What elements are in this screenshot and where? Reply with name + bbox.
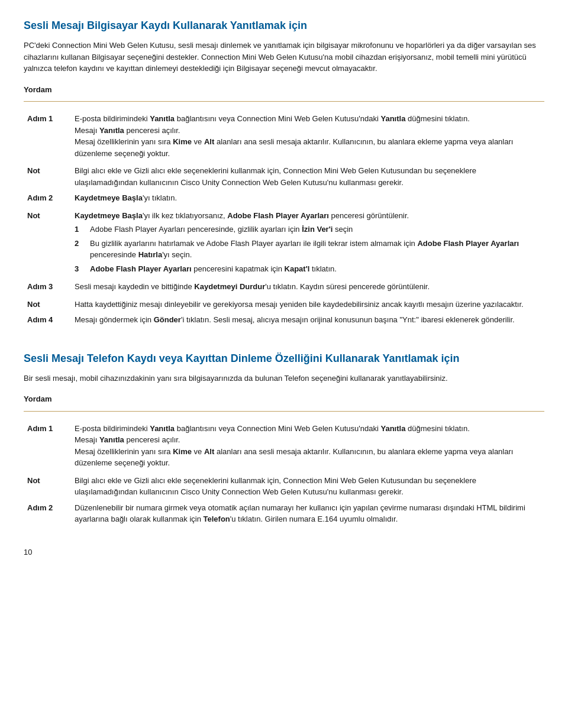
s2-step2-label: Adım 2 [24, 500, 71, 529]
table-row: Adım 4 Mesajı göndermek için Gönder'i tı… [24, 312, 544, 329]
step3-line1: Sesli mesajı kaydedin ve bittiğinde Kayd… [75, 282, 430, 291]
list-item-3-text: Adobe Flash Player Ayarları penceresini … [90, 263, 337, 275]
step3-note-content: Hatta kaydettiğiniz mesajı dinleyebilir … [71, 296, 544, 313]
section2-intro: Bir sesli mesajı, mobil cihazınızdakinin… [24, 373, 544, 384]
list-num-3: 3 [75, 263, 86, 275]
section1-yordam: Yordam [24, 84, 544, 96]
section1-title: Sesli Mesajı Bilgisayar Kaydı Kullanarak… [24, 18, 544, 34]
step1-note-label: Not [24, 163, 71, 190]
s2-step2-content: Düzenlenebilir bir numara girmek veya ot… [71, 500, 544, 529]
step1-line2: Mesajı Yanıtla penceresi açılır. [75, 126, 180, 135]
step4-content: Mesajı göndermek için Gönder'i tıklatın.… [71, 312, 544, 329]
step4-label: Adım 4 [24, 312, 71, 329]
section1-intro: PC'deki Connection Mini Web Gelen Kutusu… [24, 40, 544, 75]
step1-note-content: Bilgi alıcı ekle ve Gizli alıcı ekle seç… [71, 163, 544, 190]
step1-line1: E-posta bildirimindeki Yanıtla bağlantıs… [75, 114, 470, 123]
list-num-1: 1 [75, 224, 86, 235]
step1-line3: Mesaj özelliklerinin yanı sıra Kime ve A… [75, 137, 513, 158]
step1-label: Adım 1 [24, 111, 71, 163]
table-row: Adım 2 Kaydetmeye Başla'yı tıklatın. [24, 190, 544, 208]
step1-content: E-posta bildirimindeki Yanıtla bağlantıs… [71, 111, 544, 163]
step3-label: Adım 3 [24, 279, 71, 296]
s2-step2-line1: Düzenlenebilir bir numara girmek veya ot… [75, 503, 525, 524]
step3-content: Sesli mesajı kaydedin ve bittiğinde Kayd… [71, 279, 544, 296]
step2-line1: Kaydetmeye Başla'yı tıklatın. [75, 193, 177, 202]
step2-note-text: Kaydetmeye Başla'yı ilk kez tıklatıyorsa… [75, 211, 409, 220]
step2-note-content: Kaydetmeye Başla'yı ilk kez tıklatıyorsa… [71, 208, 544, 280]
section1-divider [24, 101, 544, 102]
list-item: 1 Adobe Flash Player Ayarları penceresin… [75, 224, 541, 235]
table-row: Not Bilgi alıcı ekle ve Gizli alıcı ekle… [24, 163, 544, 190]
section2-container: Sesli Mesajı Telefon Kaydı veya Kayıttan… [24, 351, 544, 529]
table-row: Not Bilgi alıcı ekle ve Gizli alıcı ekle… [24, 473, 544, 500]
s2-step1-note-text: Bilgi alıcı ekle ve Gizli alıcı ekle seç… [75, 476, 476, 497]
list-item: 2 Bu gizlilik ayarlarını hatırlamak ve A… [75, 238, 541, 261]
list-item-2-text: Bu gizlilik ayarlarını hatırlamak ve Ado… [90, 238, 541, 261]
s2-step1-content: E-posta bildirimindeki Yanıtla bağlantıs… [71, 421, 544, 473]
section2-steps-table: Adım 1 E-posta bildirimindeki Yanıtla ba… [24, 421, 544, 529]
step2-numbered-list: 1 Adobe Flash Player Ayarları penceresin… [75, 224, 541, 274]
step3-note-label: Not [24, 296, 71, 313]
step2-label: Adım 2 [24, 190, 71, 208]
step2-content: Kaydetmeye Başla'yı tıklatın. [71, 190, 544, 208]
s2-step1-label: Adım 1 [24, 421, 71, 473]
table-row: Adım 1 E-posta bildirimindeki Yanıtla ba… [24, 421, 544, 473]
step3-note-text: Hatta kaydettiğiniz mesajı dinleyebilir … [75, 300, 524, 309]
section1-steps-table: Adım 1 E-posta bildirimindeki Yanıtla ba… [24, 111, 544, 329]
table-row: Not Hatta kaydettiğiniz mesajı dinleyebi… [24, 296, 544, 313]
s2-step1-line2: Mesajı Yanıtla penceresi açılır. [75, 435, 180, 444]
s2-step1-note-label: Not [24, 473, 71, 500]
table-row: Not Kaydetmeye Başla'yı ilk kez tıklatıy… [24, 208, 544, 280]
page-number: 10 [24, 546, 544, 558]
table-row: Adım 1 E-posta bildirimindeki Yanıtla ba… [24, 111, 544, 163]
step2-note-label: Not [24, 208, 71, 280]
list-item-1-text: Adobe Flash Player Ayarları penceresinde… [90, 224, 353, 235]
s2-step1-line3: Mesaj özelliklerinin yanı sıra Kime ve A… [75, 447, 513, 468]
s2-step1-note-content: Bilgi alıcı ekle ve Gizli alıcı ekle seç… [71, 473, 544, 500]
list-num-2: 2 [75, 238, 86, 250]
section2-yordam: Yordam [24, 393, 544, 405]
table-row: Adım 2 Düzenlenebilir bir numara girmek … [24, 500, 544, 529]
step4-line1: Mesajı göndermek için Gönder'i tıklatın.… [75, 315, 515, 324]
section2-title: Sesli Mesajı Telefon Kaydı veya Kayıttan… [24, 351, 544, 367]
s2-step1-line1: E-posta bildirimindeki Yanıtla bağlantıs… [75, 424, 470, 433]
section2-divider [24, 411, 544, 412]
step1-note-text: Bilgi alıcı ekle ve Gizli alıcı ekle seç… [75, 166, 476, 187]
list-item: 3 Adobe Flash Player Ayarları penceresin… [75, 263, 541, 275]
table-row: Adım 3 Sesli mesajı kaydedin ve bittiğin… [24, 279, 544, 296]
